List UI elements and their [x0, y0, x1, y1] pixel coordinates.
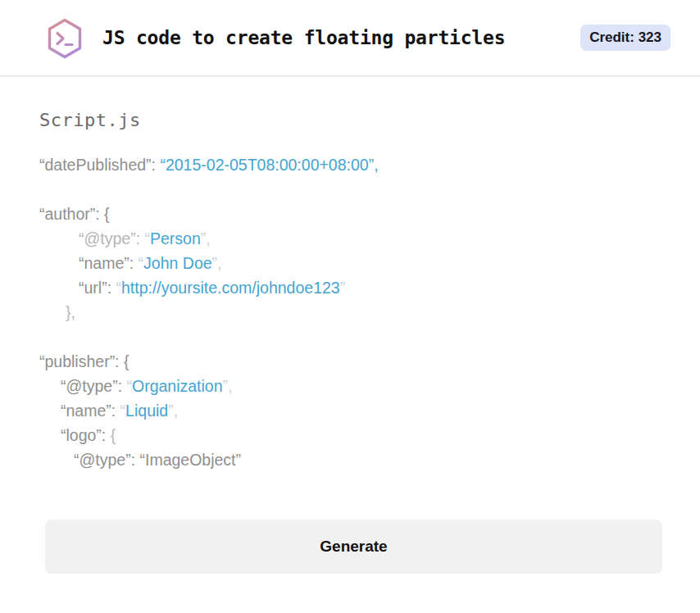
code-token: “2015-02-05T08:00:00+08:00”,	[160, 156, 378, 174]
filename-heading: Script.js	[39, 110, 662, 130]
code-token: “@type”:	[79, 229, 144, 247]
code-line: “@type”: “ImageObject”	[39, 447, 662, 472]
code-line: },	[39, 300, 662, 325]
code-token: Liquid	[125, 402, 168, 420]
code-token: “@type”: “ImageObject”	[74, 451, 241, 469]
code-line: “name”: “Liquid”,	[39, 398, 662, 423]
code-token: ”,	[168, 402, 178, 420]
code-line	[39, 325, 662, 349]
code-token: },	[66, 303, 75, 321]
code-token: “name”:	[79, 254, 139, 272]
code-token: ”,	[223, 377, 233, 395]
code-token: John Doe	[143, 254, 211, 272]
main-content: Script.js “datePublished”: “2015-02-05T0…	[0, 77, 700, 472]
code-token: “name”:	[61, 402, 120, 420]
code-line: “author”: {	[39, 202, 662, 226]
code-line: “name”: “John Doe”,	[39, 251, 662, 275]
code-token: ”,	[201, 229, 211, 247]
code-token: {	[111, 426, 116, 444]
code-token: “@type”:	[61, 377, 126, 395]
code-token: http://yoursite.com/johndoe123	[121, 279, 340, 297]
code-line: “@type”: “Person”,	[39, 226, 662, 251]
page-title: JS code to create floating particles	[102, 27, 505, 48]
terminal-hexagon-icon	[45, 17, 84, 60]
code-token: Organization	[132, 377, 223, 395]
app-header: JS code to create floating particles Cre…	[0, 0, 700, 77]
code-token: “publisher”: {	[39, 352, 129, 370]
code-token: Person	[150, 229, 201, 247]
code-token: ”	[340, 279, 346, 297]
code-token: “author”: {	[39, 205, 110, 223]
action-row: Generate	[0, 472, 700, 574]
code-token: “url”:	[79, 279, 116, 297]
code-line: “url”: “http://yoursite.com/johndoe123”	[39, 275, 662, 300]
code-line: “@type”: “Organization”,	[39, 374, 662, 398]
generate-button[interactable]: Generate	[45, 520, 662, 574]
code-line	[39, 177, 662, 202]
code-token: “logo”:	[61, 426, 111, 444]
credit-badge: Credit: 323	[580, 25, 670, 51]
code-token: “datePublished”:	[39, 156, 160, 174]
code-line: “datePublished”: “2015-02-05T08:00:00+08…	[39, 152, 662, 177]
code-block: “datePublished”: “2015-02-05T08:00:00+08…	[39, 152, 662, 472]
code-line: “publisher”: {	[39, 349, 662, 374]
code-token: ”,	[212, 254, 222, 272]
code-line: “logo”: {	[39, 423, 662, 447]
